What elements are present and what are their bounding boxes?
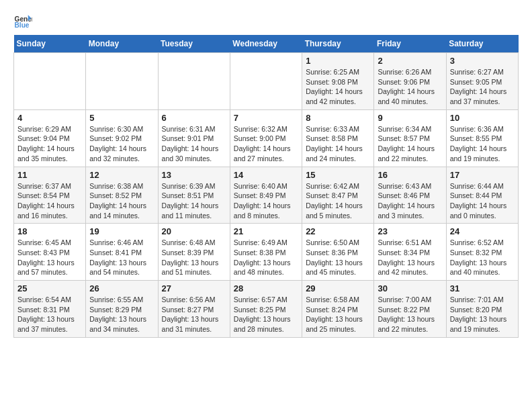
svg-text:Blue: Blue: [15, 21, 30, 29]
day-cell: 18Sunrise: 6:45 AM Sunset: 8:43 PM Dayli…: [14, 224, 86, 281]
week-row-4: 18Sunrise: 6:45 AM Sunset: 8:43 PM Dayli…: [14, 224, 519, 281]
day-info: Sunrise: 6:42 AM Sunset: 8:47 PM Dayligh…: [306, 181, 370, 221]
day-cell: 20Sunrise: 6:48 AM Sunset: 8:39 PM Dayli…: [158, 224, 230, 281]
day-info: Sunrise: 6:49 AM Sunset: 8:38 PM Dayligh…: [234, 238, 298, 277]
day-cell: 30Sunrise: 7:00 AM Sunset: 8:22 PM Dayli…: [374, 281, 446, 338]
day-cell: 5Sunrise: 6:30 AM Sunset: 9:02 PM Daylig…: [86, 109, 158, 167]
day-info: Sunrise: 6:52 AM Sunset: 8:32 PM Dayligh…: [450, 238, 515, 277]
week-row-1: 1Sunrise: 6:25 AM Sunset: 9:08 PM Daylig…: [14, 53, 519, 110]
day-number: 2: [378, 56, 442, 66]
day-cell: 11Sunrise: 6:37 AM Sunset: 8:54 PM Dayli…: [14, 167, 86, 224]
header-cell-thursday: Thursday: [302, 35, 374, 53]
day-cell: 4Sunrise: 6:29 AM Sunset: 9:04 PM Daylig…: [14, 109, 86, 167]
header-cell-sunday: Sunday: [14, 35, 86, 53]
day-cell: 25Sunrise: 6:54 AM Sunset: 8:31 PM Dayli…: [14, 281, 86, 338]
day-info: Sunrise: 6:56 AM Sunset: 8:27 PM Dayligh…: [162, 295, 226, 334]
day-info: Sunrise: 6:55 AM Sunset: 8:29 PM Dayligh…: [89, 295, 154, 334]
day-info: Sunrise: 6:29 AM Sunset: 9:04 PM Dayligh…: [17, 124, 82, 164]
header-cell-monday: Monday: [86, 35, 158, 53]
day-number: 6: [162, 113, 226, 123]
week-row-2: 4Sunrise: 6:29 AM Sunset: 9:04 PM Daylig…: [14, 109, 519, 167]
day-info: Sunrise: 6:34 AM Sunset: 8:57 PM Dayligh…: [378, 124, 442, 164]
day-number: 13: [162, 170, 226, 180]
day-cell: 12Sunrise: 6:38 AM Sunset: 8:52 PM Dayli…: [86, 167, 158, 224]
day-number: 24: [450, 226, 515, 236]
day-info: Sunrise: 6:26 AM Sunset: 9:06 PM Dayligh…: [378, 67, 442, 107]
day-cell: 7Sunrise: 6:32 AM Sunset: 9:00 PM Daylig…: [230, 109, 302, 167]
day-cell: 26Sunrise: 6:55 AM Sunset: 8:29 PM Dayli…: [86, 281, 158, 338]
day-cell: 3Sunrise: 6:27 AM Sunset: 9:05 PM Daylig…: [446, 53, 518, 110]
day-info: Sunrise: 6:54 AM Sunset: 8:31 PM Dayligh…: [17, 295, 82, 334]
day-number: 12: [89, 170, 154, 180]
page-header: General Blue: [13, 11, 519, 30]
day-cell: 9Sunrise: 6:34 AM Sunset: 8:57 PM Daylig…: [374, 109, 446, 167]
day-number: 18: [17, 226, 82, 236]
day-info: Sunrise: 6:51 AM Sunset: 8:34 PM Dayligh…: [378, 238, 442, 277]
day-cell: [86, 53, 158, 110]
day-number: 27: [162, 283, 226, 293]
day-info: Sunrise: 6:45 AM Sunset: 8:43 PM Dayligh…: [17, 238, 82, 277]
day-info: Sunrise: 6:25 AM Sunset: 9:08 PM Dayligh…: [306, 67, 370, 107]
day-number: 23: [378, 226, 442, 236]
day-info: Sunrise: 6:38 AM Sunset: 8:52 PM Dayligh…: [89, 181, 154, 221]
day-number: 7: [234, 113, 298, 123]
calendar-table: SundayMondayTuesdayWednesdayThursdayFrid…: [13, 35, 519, 338]
day-cell: 1Sunrise: 6:25 AM Sunset: 9:08 PM Daylig…: [302, 53, 374, 110]
day-info: Sunrise: 6:33 AM Sunset: 8:58 PM Dayligh…: [306, 124, 370, 164]
day-number: 11: [17, 170, 82, 180]
header-row: SundayMondayTuesdayWednesdayThursdayFrid…: [14, 35, 519, 53]
day-cell: 19Sunrise: 6:46 AM Sunset: 8:41 PM Dayli…: [86, 224, 158, 281]
day-info: Sunrise: 7:01 AM Sunset: 8:20 PM Dayligh…: [450, 295, 515, 334]
day-number: 17: [450, 170, 515, 180]
day-number: 14: [234, 170, 298, 180]
day-cell: 15Sunrise: 6:42 AM Sunset: 8:47 PM Dayli…: [302, 167, 374, 224]
day-info: Sunrise: 6:57 AM Sunset: 8:25 PM Dayligh…: [234, 295, 298, 334]
day-number: 4: [17, 113, 82, 123]
day-cell: 10Sunrise: 6:36 AM Sunset: 8:55 PM Dayli…: [446, 109, 518, 167]
day-number: 19: [89, 226, 154, 236]
week-row-5: 25Sunrise: 6:54 AM Sunset: 8:31 PM Dayli…: [14, 281, 519, 338]
header-cell-saturday: Saturday: [446, 35, 518, 53]
day-number: 31: [450, 283, 515, 293]
day-info: Sunrise: 6:30 AM Sunset: 9:02 PM Dayligh…: [89, 124, 154, 164]
day-info: Sunrise: 6:27 AM Sunset: 9:05 PM Dayligh…: [450, 67, 515, 107]
day-cell: 14Sunrise: 6:40 AM Sunset: 8:49 PM Dayli…: [230, 167, 302, 224]
day-info: Sunrise: 6:43 AM Sunset: 8:46 PM Dayligh…: [378, 181, 442, 221]
day-cell: 8Sunrise: 6:33 AM Sunset: 8:58 PM Daylig…: [302, 109, 374, 167]
day-cell: [14, 53, 86, 110]
day-number: 10: [450, 113, 515, 123]
day-number: 16: [378, 170, 442, 180]
header-cell-friday: Friday: [374, 35, 446, 53]
day-info: Sunrise: 6:32 AM Sunset: 9:00 PM Dayligh…: [234, 124, 298, 164]
day-number: 21: [234, 226, 298, 236]
day-info: Sunrise: 6:39 AM Sunset: 8:51 PM Dayligh…: [162, 181, 226, 221]
day-cell: 23Sunrise: 6:51 AM Sunset: 8:34 PM Dayli…: [374, 224, 446, 281]
day-info: Sunrise: 6:46 AM Sunset: 8:41 PM Dayligh…: [89, 238, 154, 277]
day-number: 30: [378, 283, 442, 293]
day-number: 3: [450, 56, 515, 66]
day-cell: 28Sunrise: 6:57 AM Sunset: 8:25 PM Dayli…: [230, 281, 302, 338]
day-info: Sunrise: 6:44 AM Sunset: 8:44 PM Dayligh…: [450, 181, 515, 221]
logo-icon: General Blue: [13, 11, 32, 30]
day-number: 20: [162, 226, 226, 236]
day-cell: 21Sunrise: 6:49 AM Sunset: 8:38 PM Dayli…: [230, 224, 302, 281]
day-number: 9: [378, 113, 442, 123]
day-number: 15: [306, 170, 370, 180]
day-cell: 22Sunrise: 6:50 AM Sunset: 8:36 PM Dayli…: [302, 224, 374, 281]
header-cell-wednesday: Wednesday: [230, 35, 302, 53]
day-number: 29: [306, 283, 370, 293]
day-number: 5: [89, 113, 154, 123]
day-cell: 29Sunrise: 6:58 AM Sunset: 8:24 PM Dayli…: [302, 281, 374, 338]
day-cell: 17Sunrise: 6:44 AM Sunset: 8:44 PM Dayli…: [446, 167, 518, 224]
day-cell: 13Sunrise: 6:39 AM Sunset: 8:51 PM Dayli…: [158, 167, 230, 224]
day-number: 26: [89, 283, 154, 293]
week-row-3: 11Sunrise: 6:37 AM Sunset: 8:54 PM Dayli…: [14, 167, 519, 224]
day-cell: 24Sunrise: 6:52 AM Sunset: 8:32 PM Dayli…: [446, 224, 518, 281]
day-cell: [230, 53, 302, 110]
day-cell: 2Sunrise: 6:26 AM Sunset: 9:06 PM Daylig…: [374, 53, 446, 110]
day-info: Sunrise: 6:31 AM Sunset: 9:01 PM Dayligh…: [162, 124, 226, 164]
day-number: 28: [234, 283, 298, 293]
day-info: Sunrise: 6:40 AM Sunset: 8:49 PM Dayligh…: [234, 181, 298, 221]
day-info: Sunrise: 6:50 AM Sunset: 8:36 PM Dayligh…: [306, 238, 370, 277]
day-cell: 16Sunrise: 6:43 AM Sunset: 8:46 PM Dayli…: [374, 167, 446, 224]
